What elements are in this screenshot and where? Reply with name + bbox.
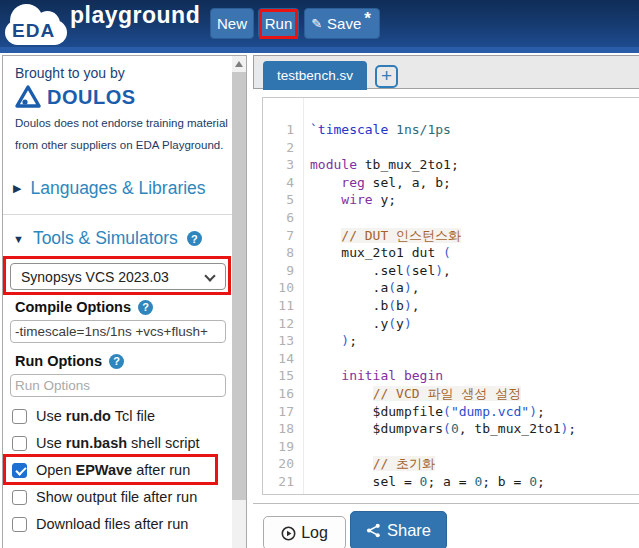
checkbox-unchecked[interactable]	[12, 490, 27, 505]
code-line: 19	[263, 438, 639, 456]
line-number: 20	[263, 455, 299, 473]
line-number: 10	[263, 279, 299, 297]
line-number: 6	[263, 209, 299, 227]
add-tab-button[interactable]: +	[375, 65, 398, 88]
scrollbar-up-button[interactable]	[232, 56, 246, 71]
log-play-circle-icon	[281, 526, 296, 541]
line-number: 9	[263, 262, 299, 280]
checkbox-checked[interactable]	[12, 463, 27, 478]
scroll-up-arrow-icon	[235, 61, 243, 67]
checkbox-row[interactable]: Show output file after run	[12, 489, 197, 505]
code-text: `timescale 1ns/1ps	[310, 121, 451, 139]
run-options-input[interactable]	[10, 374, 226, 397]
line-number: 17	[263, 403, 299, 421]
line-number: 3	[263, 156, 299, 174]
line-number: 21	[263, 473, 299, 491]
save-button-label: Save	[327, 15, 361, 32]
run-button[interactable]: Run	[258, 8, 299, 39]
checkbox-label: Show output file after run	[36, 489, 197, 505]
checkbox-unchecked[interactable]	[12, 517, 27, 532]
share-button-label: Share	[387, 521, 431, 540]
code-text: mux_2to1 dut (	[310, 244, 451, 262]
code-text: sel = 0; a = 0; b = 0;	[310, 473, 545, 491]
code-line: 16 // VCD 파일 생성 설정	[263, 385, 639, 403]
code-line: 14	[263, 350, 639, 368]
section-divider	[3, 214, 232, 215]
run-button-label: Run	[265, 15, 293, 32]
help-icon[interactable]: ?	[187, 231, 202, 246]
new-button[interactable]: New	[210, 8, 254, 39]
checkbox-label: Open EPWave after run	[36, 462, 190, 478]
header-accent-strip	[0, 47, 639, 53]
log-button-label: Log	[301, 524, 328, 542]
line-number: 18	[263, 420, 299, 438]
doulos-logo[interactable]: DOULOS	[15, 85, 136, 109]
code-text: initial begin	[310, 367, 443, 385]
code-editor[interactable]: 1`timescale 1ns/1ps23module tb_mux_2to1;…	[262, 97, 639, 495]
line-number: 15	[263, 367, 299, 385]
log-button[interactable]: Log	[263, 516, 346, 548]
code-line: 8 mux_2to1 dut (	[263, 244, 639, 262]
doulos-name-text: DOULOS	[47, 86, 136, 109]
tab-testbench-sv[interactable]: testbench.sv	[263, 61, 367, 90]
checkbox-unchecked[interactable]	[12, 409, 27, 424]
line-number: 12	[263, 315, 299, 333]
section-languages-label: Languages & Libraries	[30, 178, 205, 199]
checkbox-row[interactable]: Use run.bash shell script	[12, 435, 200, 451]
simulator-select-value: Synopsys VCS 2023.03	[21, 269, 169, 285]
checkbox-row[interactable]: Download files after run	[12, 516, 188, 532]
logo-eda-text: EDA	[12, 20, 55, 42]
code-text: .sel(sel),	[310, 262, 451, 280]
select-chevron-icon	[204, 270, 215, 281]
open-epwave-checkbox[interactable]: Open EPWave after run	[12, 462, 190, 478]
sponsor-lead-text: Brought to you by	[15, 65, 125, 81]
share-button[interactable]: Share	[350, 511, 447, 548]
code-line: 5 wire y;	[263, 191, 639, 209]
line-number: 19	[263, 438, 299, 456]
left-sidebar: Brought to you by DOULOS Doulos does not…	[2, 55, 247, 548]
code-text: // DUT 인스턴스화	[310, 227, 461, 245]
code-text: module tb_mux_2to1;	[310, 156, 459, 174]
disclaimer-line-1: Doulos does not endorse training materia…	[15, 117, 228, 129]
checkbox-row[interactable]: Use run.do Tcl file	[12, 408, 155, 424]
sidebar-scrollbar[interactable]	[232, 56, 246, 548]
help-icon[interactable]: ?	[138, 300, 153, 315]
checkbox-label: Use run.bash shell script	[36, 435, 200, 451]
code-text: );	[310, 332, 357, 350]
code-line: 18 $dumpvars(0, tb_mux_2to1);	[263, 420, 639, 438]
line-number: 11	[263, 297, 299, 315]
simulator-select[interactable]: Synopsys VCS 2023.03	[10, 263, 226, 290]
code-line: 20 // 초기화	[263, 455, 639, 473]
unsaved-asterisk: *	[364, 9, 371, 29]
save-button[interactable]: ✎ Save *	[304, 8, 380, 39]
logo-wordmark: playground	[70, 2, 200, 29]
checkbox-unchecked[interactable]	[12, 436, 27, 451]
section-languages-libraries[interactable]: ▶ Languages & Libraries	[13, 178, 206, 199]
help-icon[interactable]: ?	[109, 354, 124, 369]
code-text: // VCD 파일 생성 설정	[310, 385, 521, 403]
tab-label: testbench.sv	[277, 68, 353, 83]
new-button-label: New	[217, 15, 247, 32]
eda-cloud-logo[interactable]: EDA	[4, 3, 68, 45]
code-line: 15 initial begin	[263, 367, 639, 385]
code-line: 12 .y(y)	[263, 315, 639, 333]
compile-options-input[interactable]	[10, 320, 226, 343]
code-lines: 1`timescale 1ns/1ps23module tb_mux_2to1;…	[263, 121, 639, 490]
doulos-triangle-icon	[15, 85, 41, 109]
code-line: 7 // DUT 인스턴스화	[263, 227, 639, 245]
code-line: 4 reg sel, a, b;	[263, 174, 639, 192]
scrollbar-thumb[interactable]	[232, 72, 246, 500]
code-text: .b(b),	[310, 297, 420, 315]
line-number: 2	[263, 139, 299, 157]
gutter-separator	[303, 98, 304, 494]
disclaimer-line-2: from other suppliers on EDA Playground.	[15, 139, 223, 151]
compile-options-text: Compile Options	[15, 299, 131, 315]
footer-separator	[253, 503, 639, 504]
code-text: wire y;	[310, 191, 396, 209]
checkbox-label: Download files after run	[36, 516, 188, 532]
code-line: 2	[263, 139, 639, 157]
code-line: 3module tb_mux_2to1;	[263, 156, 639, 174]
section-tools-simulators[interactable]: ▼ Tools & Simulators ?	[13, 228, 202, 249]
section-tools-label: Tools & Simulators	[33, 228, 178, 249]
run-options-label: Run Options ?	[15, 353, 124, 369]
